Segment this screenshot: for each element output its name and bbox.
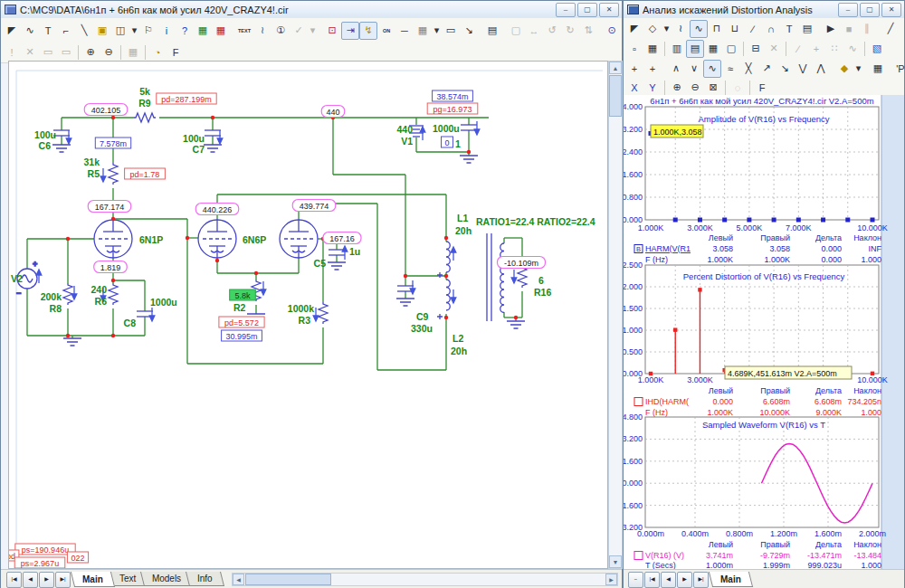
node-voltage-bubble[interactable]: 402.105: [84, 104, 128, 116]
line-tool-button[interactable]: ╱: [881, 20, 900, 38]
baseline-button[interactable]: ⊟: [747, 40, 765, 58]
zoom-in-button[interactable]: ⊕: [668, 79, 686, 97]
charts-area[interactable]: 4.0003.2002.4001.6000.8000.0001.000K3.00…: [624, 95, 904, 569]
tangent-button[interactable]: ∕: [789, 40, 807, 58]
scroll-down-arrow[interactable]: ▼: [609, 555, 622, 568]
wave-tool-button[interactable]: ∿: [21, 22, 39, 40]
nav--button[interactable]: ▶: [677, 572, 692, 588]
help-mode-button[interactable]: ?: [176, 22, 194, 40]
cursor-left-button[interactable]: +: [625, 60, 643, 78]
select-tool-button[interactable]: ◤: [625, 20, 643, 38]
power-display-button[interactable]: ↯: [359, 22, 377, 40]
rotate-cw-button[interactable]: ↻: [561, 22, 579, 40]
color-palette-button[interactable]: ▧: [868, 40, 886, 58]
horizontal-scrollbar[interactable]: ◀ ▶: [232, 573, 618, 586]
triode-symbol[interactable]: [198, 220, 236, 258]
pause-button[interactable]: ∥: [858, 20, 876, 38]
legend-key-box[interactable]: [634, 552, 643, 560]
p-mode-button[interactable]: 'P': [892, 60, 905, 78]
line-tool-2-button[interactable]: ╱: [900, 20, 905, 38]
minimize-button[interactable]: –: [556, 3, 576, 17]
inductor-winding[interactable]: [446, 242, 450, 272]
flip-horizontal-button[interactable]: ↔: [525, 22, 543, 40]
value-box[interactable]: 30.995m: [222, 330, 262, 341]
nav--button[interactable]: ▶: [39, 572, 54, 588]
close-button[interactable]: ✕: [599, 3, 619, 17]
object-dropdown-button[interactable]: ▾: [662, 20, 672, 38]
rise-mode-button[interactable]: ↗: [757, 60, 776, 78]
token-grid-button[interactable]: ▦: [643, 40, 662, 58]
cross-cursor-button[interactable]: ↘: [460, 22, 478, 40]
nav--button[interactable]: |◀: [644, 572, 660, 588]
node-voltage-bubble[interactable]: 440.226: [195, 204, 239, 215]
value-box[interactable]: 38.574m: [433, 90, 473, 101]
minimize-button[interactable]: –: [838, 3, 858, 17]
cascade-2-button[interactable]: ▭: [57, 43, 75, 62]
cursor-points-button[interactable]: ∷: [825, 40, 843, 58]
nav--button[interactable]: ◀: [23, 572, 38, 588]
go-to-branch-button[interactable]: ◆: [835, 60, 853, 78]
rotate-ccw-button[interactable]: ↺: [543, 22, 561, 40]
zoom-out-button[interactable]: ⊖: [100, 43, 118, 62]
refresh-button[interactable]: ◔: [148, 43, 167, 62]
scroll-left-arrow[interactable]: ◀: [233, 574, 244, 585]
slide-show-button[interactable]: ▦: [194, 22, 212, 40]
value-box[interactable]: pg=16.973: [427, 103, 478, 114]
text-tool-button[interactable]: T: [39, 22, 57, 40]
node-voltage-bubble[interactable]: 1.819: [94, 261, 128, 273]
zoom-area-button[interactable]: ⊠: [704, 79, 722, 97]
vertical-scrollbar[interactable]: ▲ ▼: [608, 61, 623, 569]
tab-main[interactable]: Main: [71, 572, 115, 587]
resistor-symbol[interactable]: [319, 302, 328, 324]
grid-both-button[interactable]: ▦: [704, 40, 722, 58]
valley-button[interactable]: ∨: [685, 60, 703, 78]
fx-mode-button[interactable]: ∩: [762, 20, 780, 38]
grid-none-button[interactable]: ▢: [722, 40, 740, 58]
box-mode-button[interactable]: ⊓: [708, 20, 726, 38]
node-voltage-bubble[interactable]: -10.109m: [498, 257, 546, 269]
flip-vertical-button[interactable]: ⇅: [579, 22, 597, 40]
schematic-canvas[interactable]: +−402.105440167.1741.819440.226439.77416…: [8, 61, 608, 569]
value-box[interactable]: 022: [67, 552, 88, 563]
lead-display-button[interactable]: ─: [395, 22, 414, 40]
peak-button[interactable]: ∧: [667, 60, 685, 78]
restore-button[interactable]: ▢: [577, 3, 597, 17]
value-box[interactable]: pd=287.199m: [157, 93, 216, 104]
x-scale-button[interactable]: X: [625, 79, 643, 97]
select-all-button[interactable]: ▢: [507, 22, 525, 40]
nav--button[interactable]: |◀: [6, 572, 22, 588]
waveform-mode-button[interactable]: ∿: [690, 20, 708, 38]
info-tool-button[interactable]: i: [157, 22, 176, 40]
node-numbers-button[interactable]: ①: [272, 22, 290, 40]
resistor-symbol[interactable]: [518, 266, 527, 288]
cursor-right-button[interactable]: +: [643, 60, 662, 78]
slope-mode-button[interactable]: ∕: [744, 20, 762, 38]
cursor-tooltip[interactable]: 1.000K,3.058: [651, 125, 703, 138]
scroll-up-arrow[interactable]: ▲: [609, 62, 622, 74]
node-voltage-bubble[interactable]: 167.174: [88, 201, 131, 213]
nav--button[interactable]: ▶|: [55, 572, 71, 588]
axes-cross-button[interactable]: ✕: [765, 40, 783, 58]
high-mode-button[interactable]: ⋀: [812, 60, 830, 78]
grid-toggle-button[interactable]: ▦: [414, 22, 432, 40]
find-component-button[interactable]: ⊙: [603, 22, 621, 40]
vertical-scroll-thumb[interactable]: [609, 75, 622, 117]
meter-display-button[interactable]: ⊡: [323, 22, 341, 40]
font-button[interactable]: F: [753, 79, 771, 97]
numeric-output-button[interactable]: ▦: [869, 60, 887, 78]
mirror-tool-button[interactable]: ◫: [111, 22, 129, 40]
no-info-button[interactable]: ✕: [21, 43, 39, 62]
value-box[interactable]: pd=1.78: [125, 168, 166, 179]
fall-mode-button[interactable]: ↘: [776, 60, 794, 78]
font-button[interactable]: F: [167, 43, 185, 62]
select-box-button[interactable]: ▦: [124, 43, 142, 62]
gray-wave-button[interactable]: ∿: [843, 40, 862, 58]
horizontal-scroll-thumb[interactable]: [245, 574, 331, 585]
cursor-tooltip[interactable]: 4.689K,451.613m V2.A=500m: [725, 366, 852, 379]
y-scale-button[interactable]: Y: [643, 79, 662, 97]
schematic-drawing[interactable]: +−402.105440167.1741.819440.226439.77416…: [9, 62, 607, 568]
wire-tool-button[interactable]: ⌐: [57, 22, 75, 40]
analysis-titlebar[interactable]: Анализ искажений Distortion Analysis – ▢…: [624, 1, 904, 19]
border-toggle-button[interactable]: ▭: [442, 22, 460, 40]
legend-key-box[interactable]: [634, 398, 643, 406]
